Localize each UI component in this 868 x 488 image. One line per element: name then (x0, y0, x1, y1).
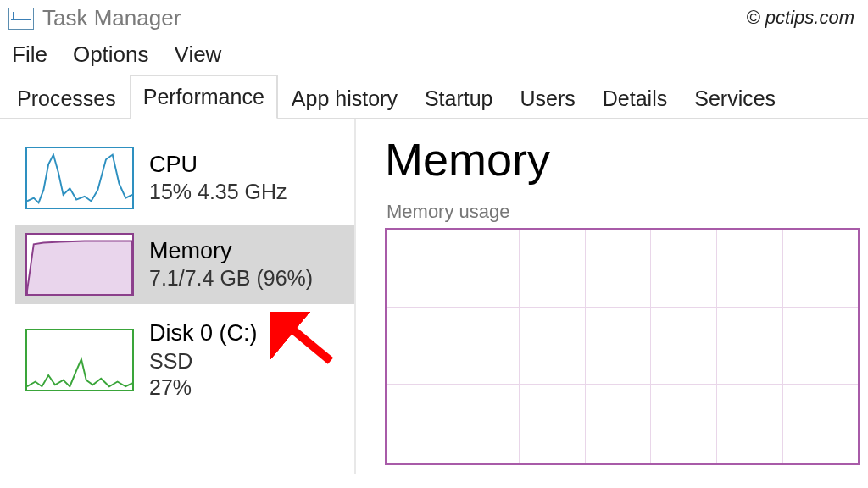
menu-bar: File Options View (0, 33, 868, 75)
disk-sub1: SSD (149, 348, 258, 374)
cpu-title: CPU (149, 151, 287, 180)
memory-title: Memory (149, 237, 313, 266)
disk-title: Disk 0 (C:) (149, 319, 258, 348)
title-bar: Task Manager (0, 0, 868, 33)
task-manager-icon (8, 8, 34, 30)
tab-performance[interactable]: Performance (130, 75, 278, 119)
performance-sidebar: CPU 15% 4.35 GHz Memory 7.1/7.4 GB (96%) (0, 119, 356, 474)
memory-usage-chart (385, 228, 860, 465)
disk-sub2: 27% (149, 374, 258, 401)
memory-thumbnail-icon (25, 233, 134, 296)
disk-text: Disk 0 (C:) SSD 27% (149, 319, 258, 401)
tab-users[interactable]: Users (507, 76, 589, 119)
tab-app-history[interactable]: App history (278, 76, 411, 119)
sidebar-item-cpu[interactable]: CPU 15% 4.35 GHz (15, 138, 354, 218)
menu-view[interactable]: View (175, 42, 222, 68)
chart-label: Memory usage (387, 201, 868, 223)
tab-processes[interactable]: Processes (3, 76, 130, 119)
menu-file[interactable]: File (12, 42, 47, 68)
window-title: Task Manager (42, 5, 181, 31)
memory-sub: 7.1/7.4 GB (96%) (149, 265, 313, 291)
cpu-text: CPU 15% 4.35 GHz (149, 151, 287, 206)
tab-services[interactable]: Services (681, 76, 789, 119)
sidebar-item-disk0[interactable]: Disk 0 (C:) SSD 27% (15, 311, 354, 409)
watermark: © pctips.com (747, 7, 854, 29)
main-panel: Memory Memory usage (356, 119, 868, 474)
sidebar-item-memory[interactable]: Memory 7.1/7.4 GB (96%) (15, 225, 354, 304)
tab-details[interactable]: Details (589, 76, 681, 119)
cpu-sub: 15% 4.35 GHz (149, 179, 287, 205)
disk-thumbnail-icon (25, 329, 134, 391)
tab-startup[interactable]: Startup (411, 76, 507, 119)
main-title: Memory (385, 133, 868, 186)
cpu-thumbnail-icon (25, 147, 134, 209)
menu-options[interactable]: Options (73, 42, 149, 68)
content-area: CPU 15% 4.35 GHz Memory 7.1/7.4 GB (96%) (0, 119, 868, 474)
memory-text: Memory 7.1/7.4 GB (96%) (149, 237, 313, 292)
tab-bar: Processes Performance App history Startu… (0, 75, 868, 119)
